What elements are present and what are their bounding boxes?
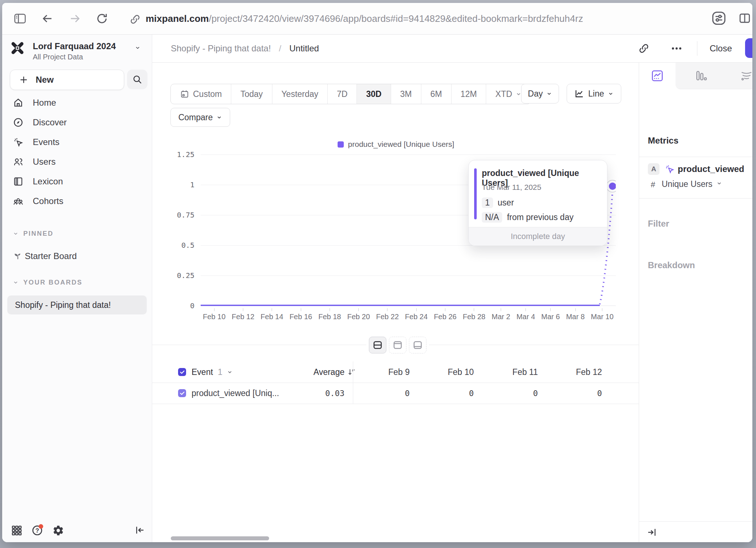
sidebar-item-home[interactable]: Home <box>2 95 152 111</box>
date-column-header[interactable]: Feb 9 <box>353 367 417 377</box>
home-icon <box>13 97 24 108</box>
row-event-name: product_viewed [Uniq... <box>192 388 279 398</box>
date-range-segmented-control: Custom Today Yesterday 7D 30D 3M 6M 12M … <box>170 84 531 104</box>
date-range-30d-active[interactable]: 30D <box>357 84 390 104</box>
date-range-yesterday[interactable]: Yesterday <box>272 84 327 104</box>
sidebar-item-label: Cohorts <box>33 196 63 206</box>
sidebar-item-board-shopify[interactable]: Shopify - Piping that data! <box>7 295 147 314</box>
chart-legend[interactable]: product_viewed [Unique Users] <box>152 140 639 149</box>
back-icon[interactable] <box>41 12 54 25</box>
browser-sidebar-toggle-icon[interactable] <box>13 12 27 26</box>
breakdown-section-label[interactable]: Breakdown <box>648 260 695 270</box>
url-domain: mixpanel.com <box>146 13 209 24</box>
date-range-label: XTD <box>495 89 512 99</box>
compare-button[interactable]: Compare <box>170 108 230 127</box>
breadcrumb-board[interactable]: Shopify - Piping that data! <box>171 43 271 54</box>
x-axis: Feb 10 Feb 12 Feb 14 Feb 16 Feb 18 Feb 2… <box>201 308 616 321</box>
primary-action-button-clipped[interactable] <box>745 38 752 58</box>
date-range-custom[interactable]: Custom <box>171 84 231 104</box>
sidebar-item-lexicon[interactable]: Lexicon <box>2 173 152 189</box>
y-axis-tick: 0.75 <box>154 211 194 219</box>
url-bar[interactable]: mixpanel.com/project/3472420/view/397469… <box>146 13 583 24</box>
more-options-icon[interactable] <box>671 43 682 54</box>
copy-link-icon[interactable] <box>638 43 650 54</box>
legend-swatch <box>338 141 344 148</box>
project-scope: All Project Data <box>33 53 83 61</box>
query-panel: Query Chart <box>639 63 752 542</box>
metric-letter-badge: A <box>648 163 659 175</box>
chevron-down-icon[interactable] <box>227 369 233 375</box>
sidebar-item-users[interactable]: Users <box>2 154 152 170</box>
settings-gear-icon[interactable] <box>52 525 64 536</box>
date-range-label: 3M <box>400 89 412 99</box>
chart-type-funnel-tab[interactable] <box>725 63 752 89</box>
event-column-header[interactable]: Event <box>192 367 213 377</box>
browser-extensions-icon[interactable] <box>711 10 727 26</box>
collapse-panel-icon[interactable] <box>646 527 657 538</box>
tooltip-delta: N/A <box>482 212 502 223</box>
chevron-down-icon[interactable] <box>716 180 722 186</box>
tooltip-delta-row: N/A from previous day <box>482 212 574 223</box>
your-boards-section-header[interactable]: YOUR BOARDS <box>2 274 152 290</box>
x-axis-tick: Feb 16 <box>290 308 312 321</box>
app-area: Lord Farquaad 2024 All Project Data New <box>2 35 752 542</box>
x-axis-tick: Mar 10 <box>591 308 614 321</box>
date-range-7d[interactable]: 7D <box>327 84 357 104</box>
tooltip-value-row: 1 user <box>482 197 514 208</box>
project-name[interactable]: Lord Farquaad 2024 <box>33 41 116 51</box>
horizontal-scrollbar[interactable] <box>171 536 269 540</box>
chart-type-bar-tab[interactable] <box>676 63 725 89</box>
layout-split-toggle[interactable] <box>369 337 386 353</box>
sidebar-item-events[interactable]: Events <box>2 134 152 150</box>
layout-chart-only-toggle[interactable] <box>389 337 406 353</box>
apps-grid-icon[interactable] <box>11 525 23 536</box>
table-row[interactable]: product_viewed [Uniq... 0.03 0 0 0 0 <box>152 383 639 404</box>
project-chevron-down-icon[interactable] <box>135 45 141 51</box>
tooltip-footer: Incomplete day <box>469 227 607 246</box>
new-button[interactable]: New <box>10 70 124 90</box>
breadcrumb-page[interactable]: Untitled <box>290 43 319 54</box>
collapse-sidebar-icon[interactable] <box>134 525 145 536</box>
sidebar-item-starter-board[interactable]: Starter Board <box>2 248 152 264</box>
date-range-12m[interactable]: 12M <box>451 84 486 104</box>
date-range-today[interactable]: Today <box>231 84 272 104</box>
average-column-header[interactable]: Average <box>294 367 344 377</box>
svg-text:?: ? <box>35 527 39 534</box>
help-icon[interactable]: ? <box>31 524 44 536</box>
close-button[interactable]: Close <box>710 43 732 54</box>
chevron-down-icon <box>516 91 521 97</box>
date-range-3m[interactable]: 3M <box>391 84 421 104</box>
layout-table-only-toggle[interactable] <box>409 337 426 353</box>
x-axis-tick: Mar 2 <box>492 308 510 321</box>
split-view-icon[interactable] <box>738 12 752 25</box>
metric-card-top-border <box>639 157 752 157</box>
granularity-dropdown[interactable]: Day <box>521 84 559 103</box>
sidebar-item-discover[interactable]: Discover <box>2 114 152 130</box>
row-checkbox[interactable] <box>178 389 186 397</box>
url-path: /project/3472420/view/3974696/app/boards… <box>209 13 583 24</box>
reload-icon[interactable] <box>95 12 109 25</box>
x-axis-tick: Feb 10 <box>203 308 225 321</box>
pinned-section-header[interactable]: PINNED <box>2 226 152 242</box>
chart-type-line-tab[interactable] <box>639 63 676 89</box>
date-column-header[interactable]: Feb 11 <box>481 367 545 377</box>
layout-toggle-group <box>366 334 429 356</box>
date-column-header[interactable]: Feb 12 <box>545 367 609 377</box>
calendar-icon <box>180 89 189 99</box>
date-range-6m[interactable]: 6M <box>421 84 451 104</box>
table-header-row: Event 1 Average Feb 9 Feb 10 Feb 11 Feb … <box>152 361 639 383</box>
your-boards-label: YOUR BOARDS <box>23 279 83 286</box>
filter-section-label[interactable]: Filter <box>648 219 669 229</box>
x-axis-tick: Feb 24 <box>405 308 428 321</box>
sidebar-item-cohorts[interactable]: Cohorts <box>2 193 152 209</box>
select-all-checkbox[interactable] <box>178 368 186 376</box>
line-chart-icon <box>574 89 584 99</box>
forward-icon[interactable] <box>68 12 82 25</box>
search-button[interactable] <box>127 70 147 89</box>
date-column-header[interactable]: Feb 10 <box>417 367 481 377</box>
new-button-label: New <box>36 75 54 85</box>
metric-event-name[interactable]: product_viewed <box>678 164 744 174</box>
line-chart-icon <box>651 69 664 82</box>
metric-aggregation[interactable]: Unique Users <box>662 179 712 189</box>
chart-type-dropdown[interactable]: Line <box>567 84 621 103</box>
